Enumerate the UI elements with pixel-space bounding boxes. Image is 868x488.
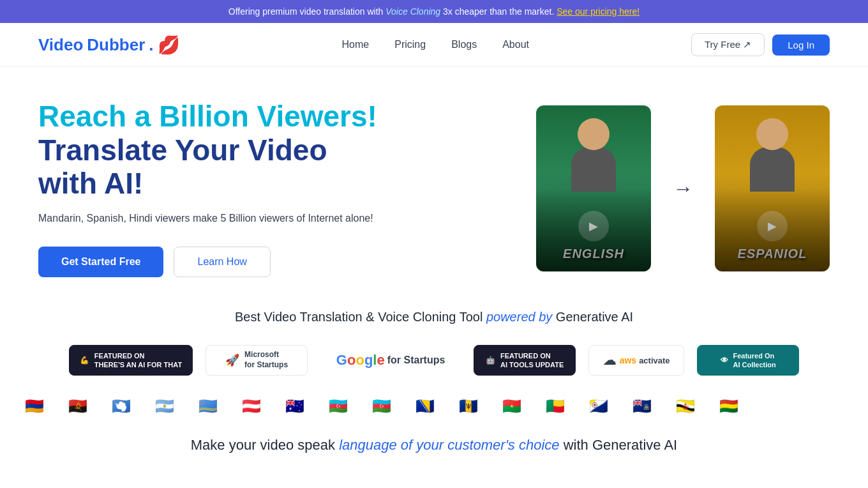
powered-text-after: Generative AI: [552, 310, 633, 324]
powered-italic: powered by: [486, 310, 552, 324]
flag-item: 🇦🇺: [277, 393, 313, 419]
nav-links: Home Pricing Blogs About: [342, 39, 529, 50]
try-free-button[interactable]: Try Free ↗: [691, 33, 765, 56]
ai-tools-icon: 🤖: [486, 356, 495, 365]
microsoft-label: Microsoftfor Startups: [244, 350, 288, 370]
flag-item: 🇧🇫: [494, 393, 530, 419]
aws-label: aws: [620, 355, 636, 365]
powered-section: Best Video Translation & Voice Cloning T…: [0, 297, 868, 335]
flag-item: 🇧🇶: [581, 393, 617, 419]
logo-dot: .: [149, 35, 153, 55]
flag-item: 🇦🇼: [190, 393, 226, 419]
lips-icon: 💋: [158, 34, 180, 56]
hero-left: Reach a Billion Viewers! Translate Your …: [38, 100, 383, 278]
powered-text-before: Best Video Translation & Voice Cloning T…: [235, 310, 486, 324]
login-button[interactable]: Log In: [772, 34, 830, 56]
body-2: [750, 147, 795, 192]
ai-for-that-label: FEATURED ONTHERE'S AN AI FOR THAT: [94, 351, 182, 370]
banner-middle: 3x cheaper than the market.: [440, 6, 554, 17]
aws-activate: activate: [639, 356, 670, 365]
nav-home[interactable]: Home: [342, 39, 370, 50]
ai-collection-icon: 👁: [721, 356, 728, 365]
body: [571, 147, 616, 192]
hero-right: ▶ ENGLISH → ▶ ESPANIOL: [536, 105, 830, 271]
google-label: Google: [336, 352, 385, 369]
ai-tools-label: FEATURED ONAI TOOLS UPDATE: [500, 351, 564, 370]
flag-item: 🇦🇴: [60, 393, 96, 419]
flags-row: 🇦🇲🇦🇴🇦🇶🇦🇷🇦🇼🇦🇹🇦🇺🇦🇿🇦🇿🇧🇦🇧🇧🇧🇫🇧🇯🇧🇶🇦🇨🇧🇳🇧🇴: [0, 386, 868, 427]
nav-actions: Try Free ↗ Log In: [691, 33, 830, 56]
nav-about[interactable]: About: [502, 39, 529, 50]
arrow-icon: →: [673, 177, 693, 201]
ai-collection-label: Featured OnAI Collection: [733, 351, 776, 370]
top-banner: Offering premium video translation with …: [0, 0, 868, 23]
bottom-text-before: Make your video speak: [191, 437, 339, 453]
logo[interactable]: VideoDubber. 💋: [38, 34, 180, 56]
partner-google: Google for Startups: [320, 345, 461, 376]
get-started-button[interactable]: Get Started Free: [38, 247, 163, 277]
banner-highlight: Voice Cloning: [385, 6, 440, 17]
hero-buttons: Get Started Free Learn How: [38, 247, 383, 277]
bottom-text-after: with Generative AI: [560, 437, 678, 453]
flag-item: 🇦🇹: [234, 393, 269, 419]
microsoft-icon: 🚀: [225, 353, 239, 367]
partner-ai-for-that: 💪 FEATURED ONTHERE'S AN AI FOR THAT: [69, 345, 193, 376]
hero-title-line1: Reach a Billion Viewers!: [38, 100, 383, 133]
partner-logos: 💪 FEATURED ONTHERE'S AN AI FOR THAT 🚀 Mi…: [0, 335, 868, 386]
flag-item: 🇦🇨: [624, 393, 660, 419]
flag-item: 🇧🇴: [711, 393, 747, 419]
flag-item: 🇦🇲: [17, 393, 52, 419]
aws-icon: ☁: [603, 353, 616, 368]
partner-ai-collection: 👁 Featured OnAI Collection: [697, 345, 799, 376]
arrow-container: →: [664, 177, 702, 201]
pricing-link[interactable]: See our pricing here!: [557, 6, 640, 17]
logo-video-text: Video: [38, 35, 83, 55]
flag-item: 🇧🇧: [451, 393, 486, 419]
google-for-startups: for Startups: [387, 355, 445, 366]
head: [578, 118, 610, 150]
flag-item: 🇧🇳: [668, 393, 703, 419]
partner-ai-tools: 🤖 FEATURED ONAI TOOLS UPDATE: [474, 345, 576, 376]
flag-item: 🇧🇦: [407, 393, 443, 419]
head-2: [756, 118, 788, 150]
banner-text: Offering premium video translation with: [228, 6, 385, 17]
hero-subtitle: Mandarin, Spanish, Hindi viewers make 5 …: [38, 211, 383, 226]
partner-microsoft: 🚀 Microsoftfor Startups: [206, 345, 308, 376]
nav-pricing[interactable]: Pricing: [394, 39, 426, 50]
flag-item: 🇦🇿: [364, 393, 400, 419]
logo-dubber-text: Dubber: [87, 35, 145, 55]
person-silhouette: [568, 118, 619, 188]
video-card-english[interactable]: ▶ ENGLISH: [536, 105, 651, 271]
flag-item: 🇧🇯: [537, 393, 573, 419]
flag-item: 🇦🇷: [147, 393, 183, 419]
bottom-tagline: Make your video speak language of your c…: [0, 427, 868, 466]
flag-item: 🇦🇶: [103, 393, 139, 419]
ai-for-that-icon: 💪: [80, 356, 89, 365]
video-card-espanol[interactable]: ▶ ESPANIOL: [715, 105, 830, 271]
partner-aws: ☁ aws activate: [588, 345, 684, 376]
flag-item: 🇦🇿: [320, 393, 356, 419]
hero-section: Reach a Billion Viewers! Translate Your …: [0, 67, 868, 297]
bottom-italic: language of your customer's choice: [339, 437, 559, 453]
navbar: VideoDubber. 💋 Home Pricing Blogs About …: [0, 23, 868, 67]
person-silhouette-2: [747, 118, 798, 188]
nav-blogs[interactable]: Blogs: [451, 39, 477, 50]
learn-how-button[interactable]: Learn How: [174, 247, 270, 277]
hero-title-line2: Translate Your Video with AI!: [38, 133, 383, 201]
